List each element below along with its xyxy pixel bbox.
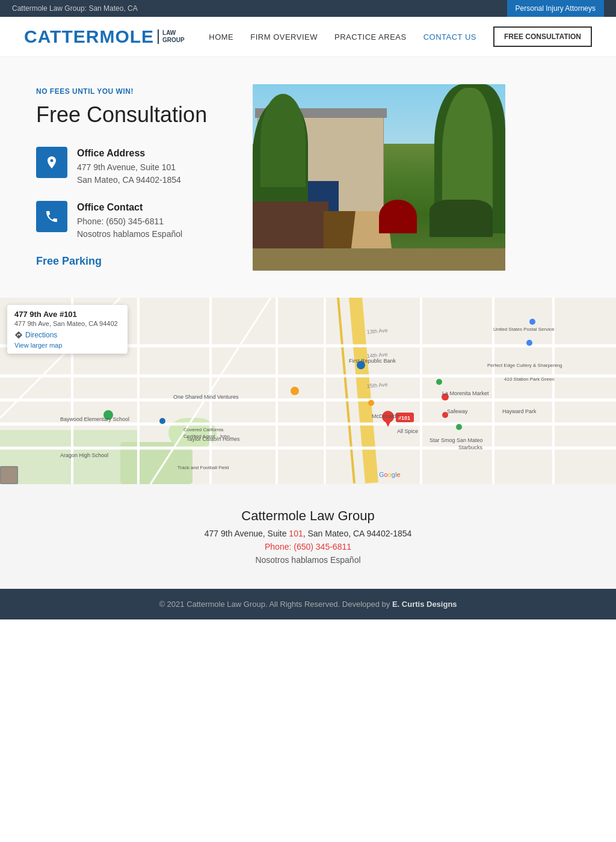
address-block: Office Address 477 9th Avenue, Suite 101… <box>36 147 223 186</box>
nav-home[interactable]: HOME <box>209 32 233 41</box>
svg-text:Hayward Park: Hayward Park <box>502 408 537 414</box>
svg-text:One Shared Mind Ventures: One Shared Mind Ventures <box>173 394 239 400</box>
directions-icon <box>14 331 23 339</box>
footer-phone-number: (650) 345-6811 <box>294 542 351 552</box>
footer-espanol: Nosotros hablamos Español <box>12 555 604 565</box>
logo-sub-text: LAW GROUP <box>158 29 185 44</box>
nav-contact-us[interactable]: CONTACT US <box>424 32 476 41</box>
footer-phone-label: Phone: <box>265 542 291 552</box>
svg-point-28 <box>291 387 299 395</box>
header: CATTERMOLE LAW GROUP HOME FIRM OVERVIEW … <box>0 17 616 57</box>
developer-name: E. Curtis Designs <box>392 600 457 609</box>
top-bar-tagline: Personal Injury Attorneys <box>507 0 604 17</box>
no-fees-label: NO FEES UNTIL YOU WIN! <box>36 87 223 96</box>
svg-text:La Morenita Market: La Morenita Market <box>442 390 489 396</box>
office-image <box>253 84 505 271</box>
svg-point-34 <box>456 424 462 430</box>
map-section[interactable]: 13th Ave 14th Ave 15th Ave #101 La Moren… <box>0 298 616 484</box>
svg-text:All Spice: All Spice <box>397 428 418 434</box>
page-title: Free Consultation <box>36 102 223 128</box>
phone-icon <box>45 209 59 224</box>
svg-text:Aragon High School: Aragon High School <box>60 452 108 458</box>
svg-text:First Republic Bank: First Republic Bank <box>349 358 396 364</box>
address-text: Office Address 477 9th Avenue, Suite 101… <box>77 147 181 186</box>
bottom-bar: © 2021 Cattermole Law Group. All Rights … <box>0 589 616 619</box>
footer-address-text: 477 9th Avenue, Suite <box>205 529 289 538</box>
svg-point-30 <box>368 400 374 406</box>
phone-number: Phone: (650) 345-6811 <box>77 215 182 228</box>
logo-main-text: CATTERMOLE <box>24 28 154 46</box>
footer-address: 477 9th Avenue, Suite 101, San Mateo, CA… <box>12 529 604 538</box>
svg-point-38 <box>159 418 165 424</box>
footer-phone-accent: 11 <box>342 542 351 552</box>
svg-text:Covered California: Covered California <box>183 427 224 432</box>
nav-practice-areas[interactable]: PRACTICE AREAS <box>334 32 407 41</box>
svg-text:410 Station Park Green: 410 Station Park Green <box>504 376 555 382</box>
svg-text:Certified Agent - John...: Certified Agent - John... <box>183 434 234 439</box>
logo[interactable]: CATTERMOLE LAW GROUP <box>24 28 185 46</box>
address-icon-box <box>36 147 67 178</box>
svg-text:Track and Football Field: Track and Football Field <box>177 465 229 470</box>
svg-text:Baywood Elementary School: Baywood Elementary School <box>60 416 129 422</box>
contact-title: Office Contact <box>77 202 182 213</box>
nav-firm-overview[interactable]: FIRM OVERVIEW <box>250 32 318 41</box>
location-pin-icon <box>45 155 59 170</box>
svg-text:McDonald's: McDonald's <box>372 413 400 419</box>
contact-block: Office Contact Phone: (650) 345-6811 Nos… <box>36 201 223 241</box>
directions-link[interactable]: Directions <box>25 331 57 339</box>
main-content: NO FEES UNTIL YOU WIN! Free Consultation… <box>0 57 616 298</box>
footer-info: Cattermole Law Group 477 9th Avenue, Sui… <box>0 484 616 589</box>
copyright-text: © 2021 Cattermole Law Group. All Rights … <box>159 600 392 609</box>
svg-rect-59 <box>1 467 17 483</box>
office-image-container <box>253 57 616 298</box>
extra-space <box>0 619 616 812</box>
map-popup: 477 9th Ave #101 477 9th Ave, San Mateo,… <box>7 305 128 354</box>
svg-text:Safeway: Safeway <box>447 408 468 414</box>
contact-text: Office Contact Phone: (650) 345-6811 Nos… <box>77 201 182 241</box>
free-consultation-button[interactable]: FREE CONSULTATION <box>493 26 592 47</box>
view-larger-map-link[interactable]: View larger map <box>14 342 120 349</box>
svg-point-35 <box>526 340 532 346</box>
svg-text:#101: #101 <box>398 415 410 421</box>
map-background: 13th Ave 14th Ave 15th Ave #101 La Moren… <box>0 298 616 484</box>
footer-phone: Phone: (650) 345-6811 <box>12 542 604 552</box>
address-line1: 477 9th Avenue, Suite 101 <box>77 161 181 174</box>
contact-info-section: NO FEES UNTIL YOU WIN! Free Consultation… <box>0 57 253 298</box>
contact-icon-box <box>36 201 67 232</box>
address-title: Office Address <box>77 148 181 159</box>
svg-point-33 <box>436 379 442 385</box>
svg-text:United States Postal Service: United States Postal Service <box>493 327 555 332</box>
office-photo-sim <box>253 84 505 271</box>
map-popup-title: 477 9th Ave #101 <box>14 310 120 319</box>
map-popup-address: 477 9th Ave, San Mateo, CA 94402 <box>14 320 120 327</box>
map-popup-directions-row: Directions <box>14 331 120 339</box>
svg-text:Star Smog San Mateo: Star Smog San Mateo <box>430 437 483 443</box>
footer-firm-name: Cattermole Law Group <box>12 508 604 524</box>
footer-address-city: , San Mateo, CA 94402-1854 <box>303 529 412 538</box>
svg-text:Perfect Edge Cutlery & Sharpen: Perfect Edge Cutlery & Sharpening <box>487 363 562 368</box>
svg-text:Starbucks: Starbucks <box>458 444 483 450</box>
address-line2: San Mateo, CA 94402-1854 <box>77 174 181 186</box>
main-nav: HOME FIRM OVERVIEW PRACTICE AREAS CONTAC… <box>209 26 592 47</box>
espanol-text: Nosotros hablamos Español <box>77 228 182 241</box>
svg-text:Google: Google <box>379 471 401 478</box>
free-parking-label: Free Parking <box>36 255 223 268</box>
svg-point-36 <box>529 319 535 325</box>
top-bar-location: Cattermole Law Group: San Mateo, CA <box>12 4 138 13</box>
top-bar: Cattermole Law Group: San Mateo, CA Pers… <box>0 0 616 17</box>
footer-address-link[interactable]: 101 <box>289 529 303 538</box>
